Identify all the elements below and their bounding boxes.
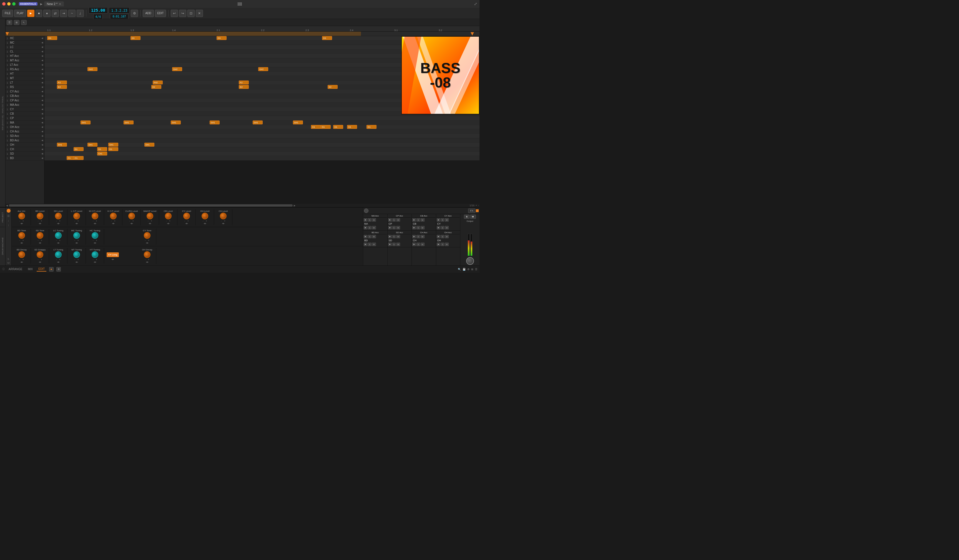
track-label-mt[interactable]: 1MT◀ — [6, 76, 44, 81]
cy-tone-minus[interactable]: - — [145, 239, 146, 242]
track-label-oh[interactable]: 1OH◀ — [6, 143, 44, 147]
automation-button[interactable]: ~ — [68, 10, 75, 17]
clip[interactable]: D3 — [322, 36, 332, 40]
mc-tuning-plus[interactable]: + — [78, 239, 79, 242]
level-knob[interactable] — [147, 213, 153, 220]
tab-close-button[interactable]: ✕ — [59, 3, 61, 6]
track-label-lc[interactable]: 1LC◀ — [6, 45, 44, 49]
ch-mute2-btn[interactable]: M — [421, 243, 425, 246]
save-icon[interactable]: 💾 — [462, 268, 466, 271]
tab-arrange[interactable]: ARRANGE — [7, 267, 24, 271]
s-button[interactable]: S — [464, 215, 469, 219]
clip[interactable]: D#1 — [88, 143, 97, 146]
sd-tone-plus[interactable]: + — [41, 239, 42, 242]
solo-icon[interactable]: S — [8, 258, 10, 261]
track-label-ch[interactable]: 1CH◀ — [6, 147, 44, 151]
cp-acc-solo-btn[interactable]: S — [392, 218, 396, 221]
oh-acc-play-btn[interactable]: ▶ — [437, 235, 440, 238]
ht-tuning-plus[interactable]: + — [96, 258, 97, 261]
clip[interactable]: C1 — [73, 156, 84, 160]
level-plus[interactable]: + — [224, 220, 225, 223]
oh-play2-btn[interactable]: ▶ — [437, 243, 440, 246]
position-display[interactable]: 1.3.2.23 — [109, 8, 130, 14]
track-label-sd[interactable]: 1SD◀ — [6, 151, 44, 156]
mt-tuning-knob[interactable] — [73, 251, 80, 258]
ch-acc-play-btn[interactable]: ▶ — [412, 235, 416, 238]
clip[interactable]: D1 — [97, 147, 107, 151]
bd-decay-knob[interactable] — [18, 251, 25, 258]
cp-acc-mute-btn[interactable]: M — [396, 218, 400, 221]
cursor-tool[interactable]: ↖ — [21, 20, 27, 25]
arrow-up-icon[interactable]: ↑ — [8, 224, 9, 227]
bd-decay-plus[interactable]: + — [22, 258, 24, 261]
scroll-right-btn[interactable]: ▶ — [294, 204, 295, 207]
level-knob[interactable] — [128, 213, 135, 220]
level-plus[interactable]: + — [22, 220, 24, 223]
track-label-cy-acc[interactable]: 1CY Acc◀ — [6, 89, 44, 94]
clips-area[interactable]: D3D3D3D3G#2G#2G#2F2E2F#2E2F2E2E2G#1G#1G#… — [45, 36, 480, 204]
track-list-toggle[interactable]: ☰ — [7, 20, 12, 25]
cb-mute2-btn[interactable]: M — [421, 226, 425, 229]
sd-snappy-minus[interactable]: - — [38, 258, 38, 261]
clip[interactable]: F2 — [239, 81, 249, 84]
level-knob[interactable] — [55, 213, 62, 220]
bd-acc-play-btn[interactable]: ▶ — [364, 235, 367, 238]
capture-button[interactable]: ⊡ — [187, 10, 194, 17]
clip[interactable]: G#2 — [172, 67, 182, 71]
clip[interactable]: D1 — [108, 147, 118, 151]
maximize-button[interactable] — [12, 2, 16, 6]
cy-acc-solo-btn[interactable]: S — [441, 218, 444, 221]
level-knob[interactable] — [18, 213, 25, 220]
cy-long-button[interactable]: CY Long — [107, 252, 119, 257]
level-plus[interactable]: + — [78, 220, 79, 223]
level-minus[interactable]: - — [111, 220, 112, 223]
redo-button[interactable]: ↪ — [179, 10, 186, 17]
list-icon[interactable]: ☰ — [7, 214, 10, 217]
track-label-cl[interactable]: 1CL◀ — [6, 49, 44, 54]
mt-tuning-minus[interactable]: - — [75, 258, 75, 261]
ch-acc-mute-btn[interactable]: M — [421, 235, 425, 238]
bd-play2-btn[interactable]: ▶ — [364, 243, 367, 246]
clip[interactable]: D1 — [73, 147, 84, 151]
track-label-rs[interactable]: 1RS◀ — [6, 85, 44, 89]
clip[interactable]: G1 — [347, 125, 357, 129]
discard-button[interactable]: ✕ — [196, 10, 203, 17]
ma-mute2-btn[interactable]: M — [372, 226, 376, 229]
track-label-ht[interactable]: 1HT◀ — [6, 72, 44, 76]
level-minus[interactable]: - — [221, 220, 222, 223]
tab-edit[interactable]: EDIT — [37, 267, 46, 272]
cb-acc-solo-btn[interactable]: S — [416, 218, 420, 221]
level-knob[interactable] — [220, 213, 226, 220]
mc-tuning-minus[interactable]: - — [75, 239, 75, 242]
track-label-cb[interactable]: 1CB◀ — [6, 111, 44, 116]
lt-tuning-minus[interactable]: - — [56, 258, 57, 261]
track-label-ht-acc[interactable]: 1HT Acc◀ — [6, 54, 44, 58]
clip[interactable]: G1 — [321, 125, 331, 129]
level-knob[interactable] — [165, 213, 172, 220]
track-label-ma[interactable]: 1MA◀ — [6, 121, 44, 125]
bd-tone-knob[interactable] — [18, 232, 25, 239]
ma-acc-mute-btn[interactable]: M — [372, 218, 376, 221]
menu-icon[interactable]: ☰ — [475, 268, 477, 271]
level-plus[interactable]: + — [132, 220, 134, 223]
clip[interactable]: G#1 — [171, 121, 181, 124]
track-label-mc[interactable]: 1MC◀ — [6, 41, 44, 45]
clip[interactable]: D#1 — [57, 143, 67, 146]
right-knob-button[interactable] — [364, 208, 368, 213]
lc-tuning-minus[interactable]: - — [56, 239, 57, 242]
level-knob[interactable] — [92, 213, 98, 220]
clip[interactable]: G#1 — [81, 121, 91, 124]
clip[interactable]: G#2 — [258, 67, 268, 71]
cy-play2-btn[interactable]: ▶ — [437, 226, 440, 229]
sd-mute2-btn[interactable]: M — [396, 243, 400, 246]
level-knob[interactable] — [37, 213, 43, 220]
level-knob[interactable] — [202, 213, 208, 220]
clip[interactable]: E2 — [328, 85, 338, 89]
cb-acc-play-btn[interactable]: ▶ — [412, 218, 416, 221]
level-minus[interactable]: - — [203, 220, 204, 223]
sd-solo2-btn[interactable]: S — [392, 243, 396, 246]
zoom-button[interactable]: ⤢ — [474, 2, 477, 6]
track-label-cb-acc[interactable]: 1CB Acc◀ — [6, 94, 44, 98]
level-knob[interactable] — [110, 213, 116, 220]
cy-solo2-btn[interactable]: S — [441, 226, 444, 229]
